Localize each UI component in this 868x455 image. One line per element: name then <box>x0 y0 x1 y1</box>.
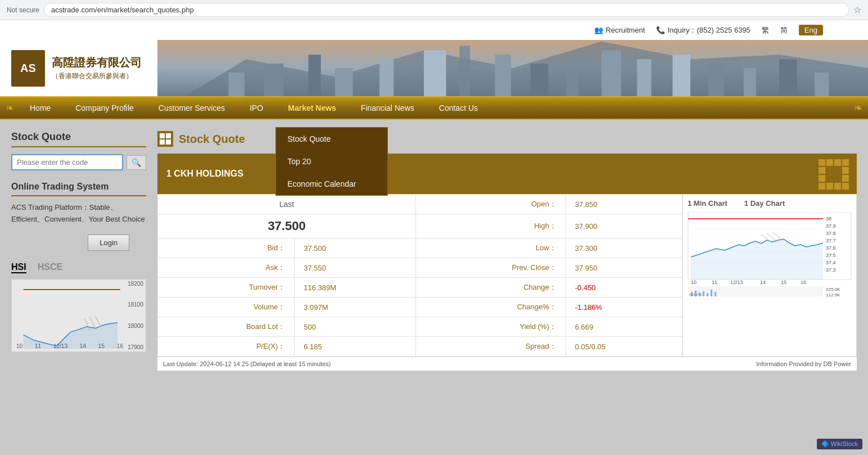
change-pct-value: -1.186% <box>566 298 682 317</box>
last-label: Last <box>158 195 416 214</box>
hsi-y-2: 18100 <box>128 301 143 308</box>
stock-name-bar: 1 CKH HOLDINGS <box>157 154 857 194</box>
nav-contact[interactable]: Contact Us <box>427 97 490 119</box>
hsi-y-4: 17900 <box>128 344 143 350</box>
chart-tabs: 1 Min Chart 1 Day Chart <box>688 199 852 208</box>
market-dropdown: Stock Quote Top 20 Economic Calendar <box>275 127 388 196</box>
svg-text:37.7: 37.7 <box>826 238 836 244</box>
svg-rect-57 <box>715 292 716 296</box>
stock-code-input[interactable] <box>11 154 123 170</box>
hsi-x-3: 12/13 <box>53 343 67 349</box>
hsce-tab[interactable]: HSCE <box>38 262 62 273</box>
svg-text:225.0K: 225.0K <box>826 287 840 292</box>
turnover-value: 116.389M <box>295 278 416 298</box>
search-button[interactable]: 🔍 <box>126 155 146 170</box>
stock-quote-section: Stock Quote 🔍 <box>11 131 146 170</box>
dropdown-stock-quote[interactable]: Stock Quote <box>276 128 387 150</box>
board-lot-label: Board Lot： <box>158 317 295 337</box>
bid-label: Bid： <box>158 238 295 258</box>
hsi-x-labels: 10 11 12/13 14 15 16 <box>16 343 123 349</box>
stock-quote-header: Stock Quote <box>157 131 857 147</box>
volume-label: Volume： <box>158 298 295 317</box>
prev-close-label: Prev. Close： <box>416 258 566 278</box>
search-icon: 🔍 <box>132 158 141 167</box>
svg-rect-55 <box>707 293 708 296</box>
dropdown-economic[interactable]: Economic Calendar <box>276 173 387 195</box>
nav-company[interactable]: Company Profile <box>63 97 146 119</box>
nav-financial[interactable]: Financial News <box>349 97 427 119</box>
change-label: Change： <box>416 278 566 298</box>
svg-rect-17 <box>779 59 797 96</box>
svg-text:37.3: 37.3 <box>826 267 836 273</box>
pe-label: P/E(X)： <box>158 337 295 357</box>
spread-label: Spread： <box>416 337 566 357</box>
board-lot-value: 500 <box>295 317 416 337</box>
svg-rect-6 <box>379 59 394 96</box>
url-bar[interactable] <box>44 3 849 17</box>
low-value: 37.300 <box>566 238 682 258</box>
main-area: Stock Quote 1 CKH HOLDINGS <box>157 131 857 446</box>
high-value: 37.900 <box>566 214 682 238</box>
svg-text:37.9: 37.9 <box>826 223 836 229</box>
company-sub: （香港聯合交易所參與者） <box>52 71 142 81</box>
hsi-y-1: 18200 <box>128 281 143 287</box>
table-row: Volume： 3.097M Change%： -1.186% <box>158 298 682 317</box>
svg-rect-4 <box>309 55 321 96</box>
nav-customer[interactable]: Customer Services <box>146 97 237 119</box>
svg-rect-56 <box>711 290 712 296</box>
index-tabs: HSI HSCE <box>11 262 146 273</box>
logo-area: AS 高陞證券有限公司 （香港聯合交易所參與者） <box>0 40 157 96</box>
recruitment-link[interactable]: 👥 Recruitment <box>594 26 645 34</box>
nav-market[interactable]: Market News <box>275 103 349 112</box>
lang-eng[interactable]: Eng <box>799 25 823 35</box>
sidebar: Stock Quote 🔍 Online Trading System ACS … <box>11 131 146 446</box>
open-value: 37.850 <box>566 195 682 214</box>
header-banner <box>157 40 868 96</box>
svg-rect-3 <box>264 64 284 96</box>
svg-text:14: 14 <box>760 280 766 285</box>
svg-rect-7 <box>424 50 446 96</box>
nav-deco-right: ❧ <box>854 102 862 114</box>
table-row: Turnover： 116.389M Change： -0.450 <box>158 278 682 298</box>
volume-value: 3.097M <box>295 298 416 317</box>
svg-line-23 <box>96 316 101 327</box>
chart-tab-1min[interactable]: 1 Min Chart <box>688 199 727 208</box>
nav-ipo[interactable]: IPO <box>237 97 275 119</box>
hsi-tab[interactable]: HSI <box>11 262 26 273</box>
lang-trad[interactable]: 繁 <box>762 25 769 35</box>
nav-bar: ❧ Home Company Profile Customer Services… <box>0 96 868 120</box>
nav-home[interactable]: Home <box>17 97 63 119</box>
bookmark-icon[interactable]: ☆ <box>853 4 861 15</box>
footer-info: Last Update: 2024-06-12 14:25 (Delayed a… <box>157 357 857 371</box>
stock-data-table: Last Open： 37.850 37.500 High： 37.900 Bi… <box>157 194 682 357</box>
trading-desc: ACS Trading Platform：Stable、 Efficient、C… <box>11 202 146 226</box>
logo-letters: AS <box>20 62 36 74</box>
svg-line-22 <box>90 317 96 328</box>
svg-text:volume: volume <box>689 292 702 296</box>
inquiry-label: Inquiry：(852) 2525 6395 <box>667 25 750 35</box>
chart-tab-1day[interactable]: 1 Day Chart <box>744 199 785 208</box>
svg-rect-5 <box>335 68 353 96</box>
sidebar-stock-quote-title: Stock Quote <box>11 131 146 147</box>
header: AS 高陞證券有限公司 （香港聯合交易所參與者） <box>0 40 868 96</box>
spread-value: 0.05/0.05 <box>566 337 682 357</box>
pe-value: 6.185 <box>295 337 416 357</box>
last-update: Last Update: 2024-06-12 14:25 (Delayed a… <box>163 361 331 367</box>
high-label: High： <box>416 214 566 238</box>
lang-simp[interactable]: 简 <box>780 25 788 35</box>
hsi-x-5: 15 <box>98 343 105 349</box>
svg-rect-8 <box>459 46 470 97</box>
dropdown-top20[interactable]: Top 20 <box>276 150 387 173</box>
nav-deco-left: ❧ <box>6 102 14 114</box>
hsi-chart: 18200 18100 18000 17900 10 11 12/13 14 1… <box>11 279 146 352</box>
login-button[interactable]: Login <box>88 235 129 251</box>
svg-text:10: 10 <box>691 280 697 285</box>
data-table-wrapper: Last Open： 37.850 37.500 High： 37.900 Bi… <box>157 194 857 357</box>
logo-box: AS <box>11 50 45 87</box>
recruitment-label: Recruitment <box>605 26 645 34</box>
turnover-label: Turnover： <box>158 278 295 298</box>
stock-quote-icon <box>157 131 173 147</box>
nav-market-wrapper: Market News Stock Quote Top 20 Economic … <box>275 103 349 112</box>
open-label: Open： <box>416 195 566 214</box>
watermark: 🔷 WikiStock <box>817 439 862 449</box>
